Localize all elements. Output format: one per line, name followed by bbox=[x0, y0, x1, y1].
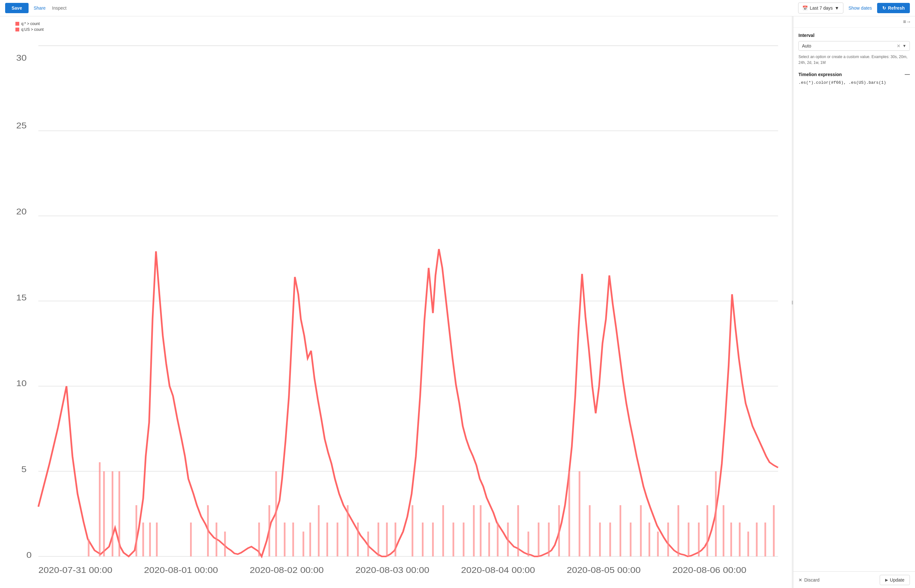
timelion-expression: .es(*).color(#f66), .es(US).bars(1) bbox=[799, 79, 910, 86]
legend-label-2: q:US > count bbox=[21, 27, 44, 32]
update-button[interactable]: ▶ Update bbox=[880, 575, 910, 585]
svg-rect-63 bbox=[739, 523, 740, 557]
timelion-title-text: Timelion expression bbox=[799, 72, 842, 77]
svg-rect-18 bbox=[302, 531, 304, 556]
svg-rect-62 bbox=[731, 523, 732, 557]
svg-rect-66 bbox=[765, 523, 766, 557]
svg-rect-20 bbox=[318, 505, 319, 557]
svg-rect-34 bbox=[462, 523, 464, 557]
svg-rect-1 bbox=[99, 462, 100, 556]
svg-rect-27 bbox=[386, 523, 388, 557]
x-label-0: 2020-07-31 00:00 bbox=[38, 565, 112, 575]
svg-rect-55 bbox=[667, 523, 669, 557]
panel-menu-icon[interactable]: ≡→ bbox=[903, 19, 911, 25]
share-button[interactable]: Share bbox=[32, 3, 47, 13]
svg-rect-41 bbox=[527, 531, 529, 556]
svg-rect-12 bbox=[224, 531, 226, 556]
discard-label: Discard bbox=[804, 577, 819, 583]
refresh-icon: ↻ bbox=[882, 5, 886, 11]
svg-rect-49 bbox=[609, 523, 611, 557]
svg-rect-25 bbox=[367, 531, 369, 556]
svg-rect-47 bbox=[589, 505, 590, 557]
svg-rect-10 bbox=[207, 505, 209, 557]
interval-clear-icon[interactable]: ✕ bbox=[897, 43, 900, 48]
svg-rect-42 bbox=[538, 523, 539, 557]
timelion-expression-line1: .es(*).color(#f66), .es(US).bars(1) bbox=[799, 80, 886, 85]
interval-chevron-icon[interactable]: ▼ bbox=[902, 44, 906, 48]
interval-section-title: Interval bbox=[799, 33, 910, 38]
date-range-label: Last 7 days bbox=[810, 5, 833, 11]
legend-item-1: q:* > count bbox=[15, 21, 787, 26]
legend-color-2 bbox=[15, 27, 19, 31]
svg-rect-23 bbox=[347, 505, 348, 557]
svg-rect-6 bbox=[142, 523, 144, 557]
timelion-section-title: Timelion expression — bbox=[799, 72, 910, 77]
update-play-icon: ▶ bbox=[885, 578, 888, 582]
svg-rect-19 bbox=[309, 523, 311, 557]
svg-rect-7 bbox=[149, 523, 151, 557]
bar-chart-us bbox=[88, 462, 774, 556]
svg-rect-13 bbox=[258, 523, 260, 557]
date-picker-button[interactable]: 📅 Last 7 days ▼ bbox=[798, 3, 843, 13]
svg-rect-44 bbox=[558, 505, 560, 557]
timelion-minimize-icon[interactable]: — bbox=[905, 72, 910, 77]
svg-rect-4 bbox=[118, 471, 120, 556]
y-label-15: 15 bbox=[16, 293, 26, 302]
interval-value: Auto bbox=[802, 43, 897, 48]
svg-rect-54 bbox=[657, 531, 659, 556]
show-dates-button[interactable]: Show dates bbox=[847, 3, 873, 13]
svg-rect-53 bbox=[648, 523, 650, 557]
svg-rect-5 bbox=[136, 505, 137, 557]
svg-rect-11 bbox=[216, 523, 217, 557]
refresh-button[interactable]: ↻ Refresh bbox=[877, 3, 910, 13]
svg-rect-31 bbox=[432, 523, 434, 557]
svg-rect-43 bbox=[548, 523, 550, 557]
discard-button[interactable]: ✕ Discard bbox=[799, 577, 819, 583]
calendar-icon: 📅 bbox=[802, 5, 808, 11]
svg-rect-61 bbox=[723, 505, 724, 557]
save-button[interactable]: Save bbox=[5, 3, 29, 13]
svg-rect-58 bbox=[698, 523, 700, 557]
svg-rect-15 bbox=[275, 471, 277, 556]
legend-label-1: q:* > count bbox=[21, 21, 40, 26]
panel-toolbar: ≡→ bbox=[793, 16, 915, 27]
svg-rect-9 bbox=[190, 523, 192, 557]
svg-rect-51 bbox=[630, 523, 632, 557]
refresh-label: Refresh bbox=[888, 5, 905, 11]
y-label-10: 10 bbox=[16, 379, 26, 388]
x-label-5: 2020-08-05 00:00 bbox=[567, 565, 640, 575]
svg-rect-21 bbox=[327, 523, 328, 557]
x-label-3: 2020-08-03 00:00 bbox=[356, 565, 429, 575]
panel-footer: ✕ Discard ▶ Update bbox=[793, 571, 915, 588]
svg-rect-59 bbox=[706, 505, 708, 557]
chart-svg: 0 5 10 15 20 25 30 bbox=[3, 34, 787, 577]
svg-rect-48 bbox=[599, 523, 601, 557]
y-label-5: 5 bbox=[21, 464, 26, 474]
svg-rect-14 bbox=[268, 505, 270, 557]
svg-rect-64 bbox=[747, 531, 749, 556]
update-label: Update bbox=[890, 577, 904, 583]
svg-rect-22 bbox=[337, 523, 338, 557]
svg-rect-17 bbox=[292, 523, 294, 557]
svg-rect-35 bbox=[473, 505, 475, 557]
svg-rect-36 bbox=[480, 505, 481, 557]
svg-rect-67 bbox=[773, 505, 775, 557]
inspect-button[interactable]: Inspect bbox=[51, 3, 68, 13]
svg-rect-57 bbox=[688, 523, 689, 557]
interval-select-wrapper[interactable]: Auto ✕ ▼ bbox=[799, 41, 910, 51]
svg-rect-56 bbox=[677, 505, 679, 557]
chart-line-main bbox=[38, 249, 778, 557]
svg-rect-32 bbox=[442, 505, 444, 557]
svg-rect-45 bbox=[568, 471, 570, 556]
svg-rect-16 bbox=[284, 523, 285, 557]
x-label-2: 2020-08-02 00:00 bbox=[250, 565, 323, 575]
panel-body: Interval Auto ✕ ▼ Select an option or cr… bbox=[793, 27, 915, 571]
svg-rect-29 bbox=[412, 505, 413, 557]
x-label-4: 2020-08-04 00:00 bbox=[461, 565, 535, 575]
y-label-0: 0 bbox=[26, 551, 31, 560]
chevron-down-icon: ▼ bbox=[835, 5, 839, 11]
legend-item-2: q:US > count bbox=[15, 27, 787, 32]
svg-rect-2 bbox=[103, 471, 105, 556]
svg-rect-40 bbox=[517, 505, 519, 557]
svg-rect-50 bbox=[620, 505, 621, 557]
